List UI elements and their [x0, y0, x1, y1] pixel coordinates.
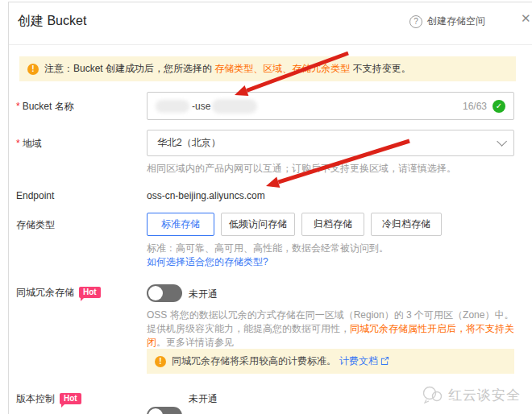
- char-counter: 16/63: [463, 101, 487, 112]
- bucket-name-label-text: Bucket 名称: [23, 101, 74, 112]
- storage-option-ia[interactable]: 低频访问存储: [221, 213, 295, 236]
- help-link[interactable]: 创建存储空间: [427, 14, 485, 28]
- required-mark: *: [16, 101, 20, 112]
- endpoint-value: oss-cn-beijing.aliyuncs.com: [147, 190, 265, 201]
- versioning-status: 未开通: [189, 392, 218, 406]
- storage-type-link[interactable]: 如何选择适合您的存储类型?: [147, 255, 268, 269]
- create-bucket-dialog: 创建 Bucket ? 创建存储空间 ✕ ! 注意：Bucket 创建成功后，您…: [0, 0, 532, 414]
- region-label-text: 地域: [23, 138, 42, 149]
- zrs-label-text: 同城冗余存储: [16, 287, 74, 298]
- billing-doc-link[interactable]: 计费文档: [339, 354, 378, 368]
- bucket-name-value: -use: [192, 101, 210, 112]
- region-value: 华北2（北京）: [157, 136, 221, 150]
- required-mark: *: [16, 138, 20, 149]
- versioning-toggle[interactable]: [147, 407, 182, 414]
- chevron-down-icon: [497, 136, 507, 147]
- header-divider: [9, 44, 532, 45]
- region-select[interactable]: 华北2（北京）: [147, 130, 514, 156]
- versioning-label-text: 版本控制: [16, 393, 55, 404]
- zrs-billing-warning: ! 同城冗余存储将采用较高的计费标准。 计费文档: [147, 349, 514, 374]
- redacted-blur: [156, 100, 189, 113]
- notice-prefix: 注意：Bucket 创建成功后，您所选择的: [44, 63, 214, 74]
- header-help[interactable]: ? 创建存储空间: [409, 14, 485, 28]
- valid-check-icon: ✓: [493, 100, 505, 113]
- panel-left-border: [8, 2, 9, 414]
- close-icon[interactable]: ✕: [521, 11, 531, 26]
- question-circle-icon[interactable]: ?: [409, 15, 422, 28]
- storage-help-text: 标准：高可靠、高可用、高性能，数据会经常被访问到。: [147, 242, 389, 255]
- storage-option-cold-archive[interactable]: 冷归档存储: [371, 213, 442, 236]
- watermark-text: 红云谈安全: [448, 386, 521, 404]
- alert-icon: !: [27, 64, 39, 75]
- chat-logo-icon: [422, 385, 444, 404]
- toggle-knob: [148, 408, 163, 414]
- hot-badge: Hot: [79, 287, 101, 298]
- region-help-text: 相同区域内的产品内网可以互通；订购后不支持更换区域，请谨慎选择。: [147, 162, 456, 176]
- storage-option-archive[interactable]: 归档存储: [301, 213, 364, 236]
- zrs-status: 未开通: [189, 288, 218, 301]
- notice-bar: ! 注意：Bucket 创建成功后，您所选择的 存储类型、区域、存储冗余类型 不…: [19, 56, 516, 81]
- panel-top-border: [8, 2, 532, 2]
- endpoint-label: Endpoint: [16, 190, 54, 201]
- zrs-toggle[interactable]: [147, 284, 182, 302]
- watermark: 红云谈安全: [422, 385, 521, 404]
- bucket-name-input[interactable]: -use 16/63 ✓: [147, 92, 514, 120]
- zrs-desc-2: 。更多详情请参见: [156, 337, 234, 348]
- external-link-icon[interactable]: [380, 356, 389, 367]
- versioning-label: 版本控制Hot: [16, 392, 81, 406]
- zrs-warning-text: 同城冗余存储将采用较高的计费标准。: [172, 354, 336, 368]
- toggle-knob: [148, 286, 163, 300]
- bucket-name-label: *Bucket 名称: [16, 100, 74, 114]
- zrs-label: 同城冗余存储Hot: [16, 286, 101, 300]
- storage-class-label: 存储类型: [16, 218, 55, 232]
- alert-icon: !: [155, 356, 166, 367]
- notice-suffix: 不支持变更。: [350, 63, 410, 74]
- region-label: *地域: [16, 137, 42, 151]
- hot-badge: Hot: [60, 393, 81, 404]
- page-title: 创建 Bucket: [18, 13, 86, 30]
- notice-highlight: 存储类型、区域、存储冗余类型: [214, 63, 350, 74]
- storage-option-standard[interactable]: 标准存储: [147, 213, 214, 236]
- redacted-blur: [212, 99, 257, 114]
- storage-class-options: 标准存储 低频访问存储 归档存储 冷归档存储: [147, 213, 442, 236]
- notice-text: 注意：Bucket 创建成功后，您所选择的 存储类型、区域、存储冗余类型 不支持…: [44, 62, 411, 76]
